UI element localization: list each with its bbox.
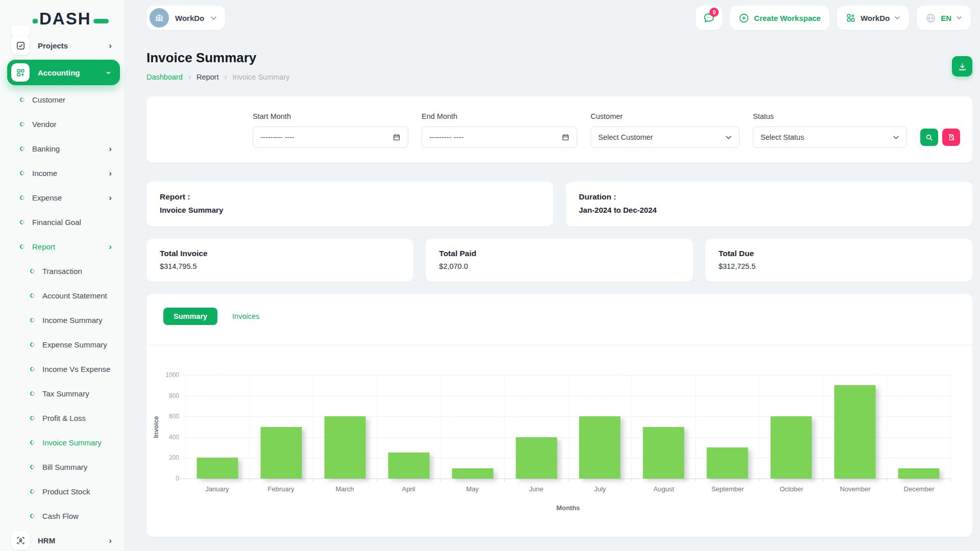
sidebar-item-accounting[interactable]: Accounting› bbox=[7, 60, 120, 85]
y-tick-label: 1000 bbox=[157, 371, 179, 379]
sidebar-item-label: Bill Summary bbox=[42, 463, 87, 471]
bar-january[interactable] bbox=[197, 458, 238, 479]
create-workspace-button[interactable]: Create Workspace bbox=[730, 6, 829, 30]
chevron-right-icon: › bbox=[109, 144, 112, 153]
sidebar-item-label: Transaction bbox=[42, 267, 82, 276]
sidebar-item-expense[interactable]: Expense› bbox=[0, 185, 124, 210]
chevron-down-icon bbox=[893, 135, 899, 140]
messages-button[interactable]: 0 bbox=[696, 6, 722, 30]
file-slash-icon bbox=[947, 133, 955, 141]
bar-june[interactable] bbox=[516, 437, 557, 479]
chevron-down-icon bbox=[210, 16, 217, 20]
duration-label: Duration : bbox=[579, 192, 959, 202]
category-september bbox=[696, 375, 760, 479]
stat-value: $314,795.5 bbox=[160, 262, 400, 270]
sidebar-item-product-stock[interactable]: Product Stock bbox=[0, 479, 124, 504]
sidebar-item-income-summary[interactable]: Income Summary bbox=[0, 308, 124, 332]
chevron-down-icon bbox=[725, 135, 732, 140]
messages-badge: 0 bbox=[709, 8, 719, 17]
bar-september[interactable] bbox=[707, 447, 748, 479]
logo-text: DASH bbox=[39, 9, 91, 29]
sidebar-item-customer[interactable]: Customer bbox=[0, 87, 124, 112]
start-month-field: Start Month --------- ---- bbox=[253, 112, 408, 148]
report-label: Report : bbox=[160, 192, 540, 202]
tabs-divider bbox=[146, 345, 972, 345]
x-tick-label: September bbox=[696, 485, 760, 493]
download-button[interactable] bbox=[952, 56, 972, 77]
sidebar-item-projects[interactable]: Projects› bbox=[0, 33, 124, 58]
sidebar-item-hrm[interactable]: HRM› bbox=[0, 528, 124, 551]
sidebar-item-account-statement[interactable]: Account Statement bbox=[0, 283, 124, 308]
sidebar-item-income[interactable]: Income› bbox=[0, 161, 124, 185]
workspace-switcher[interactable]: WorkDo bbox=[146, 6, 225, 30]
app-switcher-button[interactable]: WorkDo bbox=[837, 6, 909, 30]
bar-may[interactable] bbox=[452, 468, 493, 479]
y-tick-label: 800 bbox=[157, 392, 179, 399]
sidebar-item-banking[interactable]: Banking› bbox=[0, 136, 124, 161]
bar-october[interactable] bbox=[771, 416, 812, 479]
breadcrumb-dashboard[interactable]: Dashboard bbox=[146, 73, 183, 81]
bar-april[interactable] bbox=[388, 453, 429, 479]
sidebar-item-label: Banking bbox=[32, 144, 60, 153]
sidebar-item-invoice-summary[interactable]: Invoice Summary bbox=[0, 430, 124, 455]
sidebar-item-tax-summary[interactable]: Tax Summary bbox=[0, 381, 124, 406]
sidebar-item-income-vs-expense[interactable]: Income Vs Expense bbox=[0, 357, 124, 381]
brand-logo[interactable]: DASH bbox=[33, 9, 109, 29]
sidebar-item-label: Customer bbox=[32, 95, 65, 104]
breadcrumb-separator: › bbox=[224, 72, 227, 81]
language-button[interactable]: EN bbox=[917, 6, 971, 30]
sidebar-item-label: Expense bbox=[32, 193, 62, 202]
sidebar-item-bill-summary[interactable]: Bill Summary bbox=[0, 455, 124, 479]
customer-select[interactable]: Select Customer bbox=[591, 127, 740, 148]
calendar-icon bbox=[393, 133, 401, 141]
bullet-icon bbox=[29, 366, 36, 372]
y-tick-label: 600 bbox=[157, 413, 179, 420]
reset-button[interactable] bbox=[942, 129, 960, 146]
breadcrumb-report[interactable]: Report bbox=[197, 73, 219, 81]
globe-icon bbox=[925, 13, 936, 23]
status-select[interactable]: Select Status bbox=[753, 127, 907, 148]
sidebar-item-label: Tax Summary bbox=[42, 389, 89, 398]
bar-december[interactable] bbox=[898, 468, 940, 479]
sidebar-item-cash-flow[interactable]: Cash Flow bbox=[0, 504, 124, 528]
sidebar-item-profit-loss[interactable]: Profit & Loss bbox=[0, 406, 124, 430]
bar-february[interactable] bbox=[260, 427, 302, 479]
stat-label: Total Invoice bbox=[160, 249, 400, 258]
summary-row: Report : Invoice Summary Duration : Jan-… bbox=[146, 182, 972, 227]
sidebar-item-financial-goal[interactable]: Financial Goal bbox=[0, 210, 124, 234]
status-field: Status Select Status bbox=[753, 112, 907, 148]
bar-august[interactable] bbox=[643, 427, 684, 479]
bar-july[interactable] bbox=[579, 416, 621, 479]
bullet-icon bbox=[29, 513, 36, 519]
y-tick-label: 200 bbox=[157, 454, 179, 461]
bullet-icon bbox=[29, 292, 36, 299]
sidebar-item-transaction[interactable]: Transaction bbox=[0, 259, 124, 283]
sidebar-item-vendor[interactable]: Vendor bbox=[0, 112, 124, 136]
x-axis-labels: JanuaryFebruaryMarchAprilMayJuneJulyAugu… bbox=[185, 485, 951, 493]
chevron-right-icon: › bbox=[109, 536, 112, 545]
category-may bbox=[441, 375, 505, 479]
bar-november[interactable] bbox=[835, 385, 876, 479]
stats-row: Total Invoice$314,795.5Total Paid$2,070.… bbox=[146, 239, 972, 282]
x-tick-label: July bbox=[568, 485, 632, 493]
stat-value: $2,070.0 bbox=[439, 262, 679, 270]
sidebar-item-expense-summary[interactable]: Expense Summary bbox=[0, 332, 124, 357]
start-month-label: Start Month bbox=[253, 112, 408, 120]
tab-invoices[interactable]: Invoices bbox=[232, 312, 259, 320]
bullet-icon bbox=[29, 439, 36, 446]
category-june bbox=[505, 375, 569, 479]
bar-march[interactable] bbox=[324, 416, 365, 479]
grid-plus-icon bbox=[846, 13, 856, 23]
stat-card-total-due: Total Due$312,725.5 bbox=[705, 239, 972, 282]
end-month-input[interactable]: --------- ---- bbox=[422, 127, 577, 148]
bullet-icon bbox=[29, 268, 36, 274]
report-value: Invoice Summary bbox=[160, 206, 540, 214]
tab-summary[interactable]: Summary bbox=[163, 308, 217, 325]
search-button[interactable] bbox=[920, 129, 938, 146]
search-icon bbox=[925, 133, 934, 142]
sidebar-item-report[interactable]: Report› bbox=[0, 234, 124, 259]
workspace-avatar bbox=[150, 8, 169, 28]
calendar-icon bbox=[561, 133, 570, 141]
start-month-input[interactable]: --------- ---- bbox=[253, 127, 408, 148]
chart-card: SummaryInvoices Invoice02004006008001000… bbox=[146, 294, 972, 537]
